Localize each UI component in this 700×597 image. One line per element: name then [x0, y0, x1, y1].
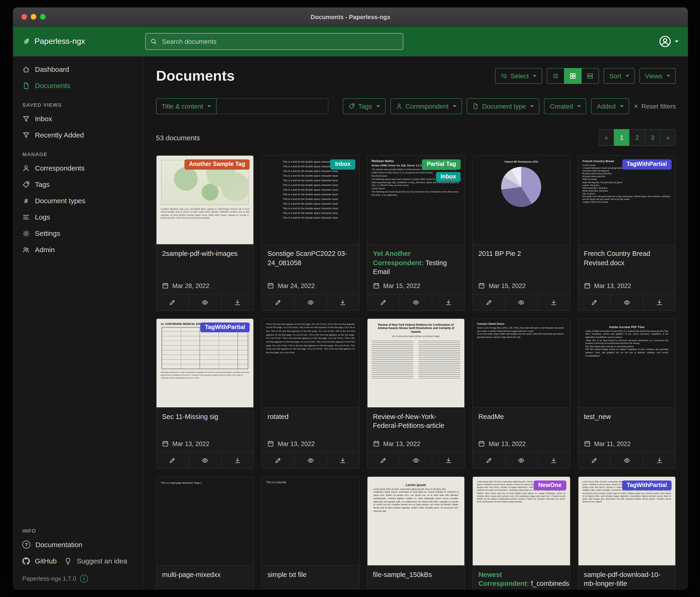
document-type-filter-dropdown[interactable]: Document type — [467, 98, 540, 114]
user-menu[interactable] — [659, 35, 679, 48]
edit-document-button[interactable] — [368, 452, 400, 468]
sidebar-item-logs[interactable]: Logs — [13, 209, 144, 225]
view-document-button[interactable] — [399, 452, 432, 468]
document-tag-badge[interactable]: TagWithPartial — [622, 480, 672, 490]
document-title[interactable]: rotated — [262, 408, 359, 436]
edit-document-button[interactable] — [473, 452, 505, 468]
views-dropdown[interactable]: Views — [640, 68, 676, 84]
document-title[interactable]: Sonstige ScanPC2022 03-24_081058 — [262, 245, 359, 273]
document-title[interactable]: 2sample-pdf-with-images — [156, 245, 254, 273]
document-title[interactable]: ReadMe — [473, 408, 570, 436]
document-title[interactable]: Newest Correspondent:f_combineds — [473, 566, 570, 590]
view-document-button[interactable] — [294, 452, 326, 468]
document-title[interactable]: test_new — [578, 408, 675, 436]
document-thumbnail[interactable]: Adobe Acrobat PDF Files Adobe Portable D… — [578, 318, 675, 408]
document-card[interactable]: This is a test for the double space char… — [261, 155, 359, 311]
document-thumbnail[interactable]: Patient BP Distribution 2011 — [473, 156, 570, 245]
view-document-button[interactable] — [505, 294, 538, 310]
document-card[interactable]: Review of New York Federal Petitions for… — [367, 318, 465, 469]
maximize-button[interactable] — [40, 14, 46, 20]
title-content-dropdown[interactable]: Title & content — [156, 98, 217, 114]
sidebar-item-admin[interactable]: Admin — [13, 241, 144, 258]
grid-view-button[interactable] — [564, 68, 582, 84]
view-document-button[interactable] — [189, 294, 221, 310]
download-document-button[interactable] — [538, 294, 570, 310]
document-thumbnail[interactable]: This is the text that appears on the fir… — [262, 318, 359, 408]
download-document-button[interactable] — [538, 452, 570, 468]
edit-document-button[interactable] — [156, 452, 189, 468]
edit-document-button[interactable] — [368, 294, 400, 310]
pagination-page-button[interactable]: 1 — [614, 129, 630, 146]
document-thumbnail[interactable]: 11. CONTINUING MEDICAL EDUCATION Attesta… — [156, 318, 254, 408]
view-document-button[interactable] — [189, 452, 221, 468]
download-document-button[interactable] — [326, 452, 359, 468]
sidebar-item-correspondents[interactable]: Correspondents — [13, 160, 144, 176]
sidebar-item-documentation[interactable]: ? Documentation — [13, 536, 144, 553]
document-card[interactable]: Lorem ipsum dolor sit amet, consectetur … — [472, 476, 570, 590]
document-card[interactable]: Release Notes Simba ODBC Driver for SQL … — [367, 155, 465, 311]
document-card[interactable]: Contact Sheet Demo Given a set of image … — [472, 318, 570, 469]
download-document-button[interactable] — [643, 294, 675, 310]
document-thumbnail[interactable]: This is a test for the double space char… — [262, 156, 359, 245]
download-document-button[interactable] — [432, 452, 465, 468]
view-document-button[interactable] — [294, 294, 326, 310]
view-document-button[interactable] — [505, 452, 538, 468]
info-icon[interactable]: i — [80, 575, 88, 582]
title-content-input[interactable] — [217, 98, 328, 114]
pagination-prev-button[interactable]: « — [598, 129, 614, 146]
document-thumbnail[interactable]: French Country Bread For the Leaven: 1 h… — [578, 156, 675, 245]
document-tag-badge[interactable]: Inbox — [436, 172, 461, 182]
created-filter-dropdown[interactable]: Created — [544, 98, 586, 114]
select-dropdown[interactable]: Select — [495, 68, 542, 84]
download-document-button[interactable] — [326, 294, 359, 310]
sidebar-item-github[interactable]: GitHub — [13, 553, 59, 569]
document-card[interactable]: 11. CONTINUING MEDICAL EDUCATION Attesta… — [156, 318, 254, 469]
document-thumbnail[interactable]: Lorem ipsum dolor sit amet, consectetur … — [473, 477, 570, 566]
document-title[interactable]: Sec 11-Missing sig — [156, 408, 254, 436]
document-tag-badge[interactable]: Another Sample Tag — [184, 159, 250, 169]
document-thumbnail[interactable]: Lorem ipsum Lorem ipsum dolor sit amet, … — [368, 477, 465, 566]
document-card[interactable]: This is the text that appears on the fir… — [261, 318, 359, 469]
document-thumbnail[interactable]: Contact Sheet Demo Given a set of image … — [473, 318, 570, 408]
sidebar-item-suggest-idea[interactable]: Suggest an idea — [59, 553, 130, 569]
detail-view-button[interactable] — [581, 68, 599, 84]
edit-document-button[interactable] — [262, 294, 294, 310]
view-document-button[interactable] — [610, 452, 643, 468]
document-thumbnail[interactable]: Release Notes Simba ODBC Driver for SQL … — [368, 156, 465, 245]
document-thumbnail[interactable]: This is a multi page document. Page 1. — [156, 477, 254, 566]
document-tag-badge[interactable]: Inbox — [330, 159, 355, 169]
document-card[interactable]: Patient BP Distribution 2011 2011 BP Pie… — [472, 155, 570, 311]
close-button[interactable] — [21, 14, 27, 20]
document-title[interactable]: sample-pdf-download-10-mb-longer-title — [578, 566, 675, 590]
document-correspondent-link[interactable]: Newest Correspondent: — [478, 571, 529, 587]
sidebar-item-dashboard[interactable]: Dashboard — [13, 61, 144, 77]
sidebar-item-documents[interactable]: Documents — [13, 77, 144, 94]
document-tag-badge[interactable]: TagWithPartial — [200, 322, 250, 332]
document-title[interactable]: Review-of-New-York-Federal-Petitions-art… — [368, 408, 465, 436]
list-view-button[interactable] — [547, 68, 565, 84]
sidebar-item-tags[interactable]: Tags — [13, 176, 144, 192]
pagination-page-button[interactable]: 2 — [629, 129, 645, 146]
pagination-page-button[interactable]: 3 — [645, 129, 660, 146]
download-document-button[interactable] — [221, 452, 254, 468]
document-thumbnail[interactable]: Curabitur bibendum ante urna, sed blandi… — [156, 156, 254, 245]
document-card[interactable]: This is a multi page document. Page 1. m… — [156, 476, 254, 590]
sort-dropdown[interactable]: Sort — [604, 68, 634, 84]
reset-filters-button[interactable]: × Reset filters — [634, 102, 676, 110]
document-title[interactable]: French Country Bread Revised.docx — [578, 245, 675, 273]
download-document-button[interactable] — [221, 294, 254, 310]
sidebar-item-document-types[interactable]: # Document types — [13, 192, 144, 209]
added-filter-dropdown[interactable]: Added — [591, 98, 629, 114]
document-card[interactable]: French Country Bread For the Leaven: 1 h… — [578, 155, 676, 311]
document-title[interactable]: Yet Another Correspondent:Testing Email — [368, 245, 465, 279]
tags-filter-dropdown[interactable]: Tags — [343, 98, 385, 114]
edit-document-button[interactable] — [156, 294, 189, 310]
minimize-button[interactable] — [31, 14, 36, 20]
sidebar-item-inbox[interactable]: Inbox — [13, 111, 144, 127]
document-title[interactable]: multi-page-mixedxx — [156, 566, 254, 590]
sidebar-item-settings[interactable]: Settings — [13, 225, 144, 241]
brand[interactable]: Paperless-ngx — [22, 37, 145, 46]
document-tag-badge[interactable]: TagWithPartial — [622, 159, 672, 169]
edit-document-button[interactable] — [262, 452, 294, 468]
document-title[interactable]: simple txt file — [262, 566, 359, 590]
